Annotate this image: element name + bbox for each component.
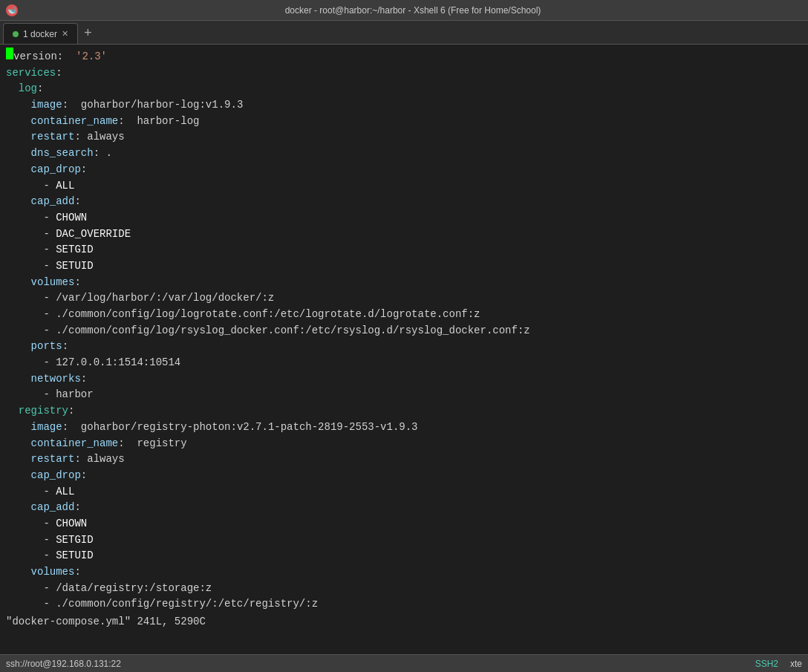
terminal-line: - DAC_OVERRIDE: [6, 226, 802, 243]
terminal-line: log:: [6, 81, 802, 97]
terminal-line: cap_drop:: [6, 468, 802, 484]
terminal-line: cap_drop:: [6, 162, 802, 178]
terminal-line: cap_add:: [6, 194, 802, 210]
terminal-line: - SETUID: [6, 548, 802, 564]
terminal-line: - SETUID: [6, 258, 802, 275]
terminal-line: - SETGID: [6, 532, 802, 549]
tab-bar: 1 docker ✕ +: [0, 21, 808, 45]
app-icon: 🐋: [6, 4, 18, 16]
terminal-line: image: goharbor/registry-photon:v2.7.1-p…: [6, 420, 802, 436]
terminal-line: - ALL: [6, 178, 802, 195]
terminal-line: - CHOWN: [6, 516, 802, 532]
terminal-line: - /var/log/harbor/:/var/log/docker/:z: [6, 290, 802, 307]
terminal-content[interactable]: version: '2.3' services: log: image: goh…: [0, 45, 808, 654]
terminal-line: restart: always: [6, 451, 802, 468]
status-bar: ssh://root@192.168.0.131:22 SSH2 xte: [0, 654, 808, 672]
ssh-indicator: SSH2: [755, 659, 778, 669]
tab-active-dot: [13, 31, 19, 37]
extra-indicator: xte: [790, 659, 802, 669]
terminal-line: container_name: registry: [6, 436, 802, 452]
terminal-line: image: goharbor/harbor-log:v1.9.3: [6, 97, 802, 114]
terminal-line: - SETGID: [6, 242, 802, 258]
session-info: ssh://root@192.168.0.131:22: [6, 659, 121, 669]
terminal-line: registry:: [6, 403, 802, 420]
terminal-line: dns_search: .: [6, 146, 802, 162]
tab-add-button[interactable]: +: [78, 23, 98, 44]
terminal-line: - /data/registry:/storage:z: [6, 581, 802, 597]
title-bar-text: docker - root@harbor:~/harbor - Xshell 6…: [24, 5, 802, 16]
terminal-line: networks:: [6, 371, 802, 388]
terminal-line: version: '2.3': [6, 48, 802, 65]
terminal-line: ports:: [6, 339, 802, 355]
terminal-line: - harbor: [6, 387, 802, 403]
terminal-line: - ./common/config/registry/:/etc/registr…: [6, 596, 802, 613]
terminal-line: - ./common/config/log/logrotate.conf:/et…: [6, 307, 802, 323]
terminal-line: restart: always: [6, 129, 802, 146]
terminal-line: container_name: harbor-log: [6, 114, 802, 130]
terminal-line: - 127.0.0.1:1514:10514: [6, 355, 802, 371]
tab-docker[interactable]: 1 docker ✕: [3, 23, 78, 44]
tab-label: 1 docker: [23, 29, 57, 39]
cursor: [6, 48, 13, 59]
terminal-line: - ALL: [6, 484, 802, 500]
terminal-line: - ./common/config/log/rsyslog_docker.con…: [6, 323, 802, 339]
terminal-line: services:: [6, 65, 802, 82]
terminal-line: volumes:: [6, 564, 802, 581]
tab-close-button[interactable]: ✕: [62, 29, 68, 39]
vim-status-line: "docker-compose.yml" 241L, 5290C: [6, 614, 802, 630]
terminal-line: - CHOWN: [6, 210, 802, 226]
terminal-line: volumes:: [6, 275, 802, 291]
title-bar: 🐋 docker - root@harbor:~/harbor - Xshell…: [0, 0, 808, 21]
terminal-line: cap_add:: [6, 500, 802, 516]
